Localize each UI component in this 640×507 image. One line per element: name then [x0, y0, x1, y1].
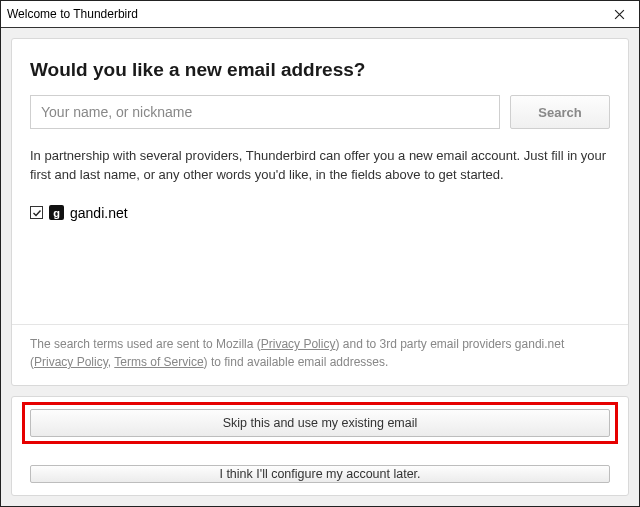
- terms-of-service-link[interactable]: Terms of Service: [114, 355, 203, 369]
- close-button[interactable]: [599, 1, 639, 27]
- provider-row: g gandi.net: [30, 205, 610, 221]
- legal-post: ) to find available email addresses.: [204, 355, 389, 369]
- separator: [12, 324, 628, 325]
- titlebar: Welcome to Thunderbird: [1, 1, 639, 28]
- highlight-frame: Skip this and use my existing email: [30, 409, 610, 437]
- close-icon: [614, 9, 625, 20]
- privacy-policy-link-2[interactable]: Privacy Policy: [34, 355, 108, 369]
- search-row: Search: [30, 95, 610, 129]
- dialog-body: Would you like a new email address? Sear…: [1, 28, 639, 506]
- search-button[interactable]: Search: [510, 95, 610, 129]
- check-icon: [32, 208, 42, 218]
- provider-checkbox[interactable]: [30, 206, 43, 219]
- skip-use-existing-button[interactable]: Skip this and use my existing email: [30, 409, 610, 437]
- heading: Would you like a new email address?: [30, 59, 610, 81]
- window-title: Welcome to Thunderbird: [7, 7, 138, 21]
- configure-later-button[interactable]: I think I'll configure my account later.: [30, 465, 610, 483]
- gandi-icon: g: [49, 205, 64, 220]
- button-panel: Skip this and use my existing email I th…: [11, 396, 629, 496]
- privacy-policy-link[interactable]: Privacy Policy: [261, 337, 336, 351]
- legal-pre: The search terms used are sent to Mozill…: [30, 337, 261, 351]
- description-text: In partnership with several providers, T…: [30, 147, 610, 185]
- main-panel: Would you like a new email address? Sear…: [11, 38, 629, 386]
- welcome-dialog: Welcome to Thunderbird Would you like a …: [0, 0, 640, 507]
- name-input[interactable]: [30, 95, 500, 129]
- legal-text: The search terms used are sent to Mozill…: [30, 335, 610, 371]
- provider-label: gandi.net: [70, 205, 128, 221]
